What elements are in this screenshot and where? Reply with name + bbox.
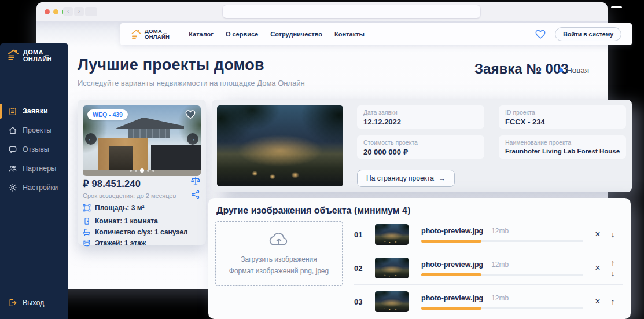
sidebar-item-settings[interactable]: Настройки (0, 180, 68, 195)
nav-link-contacts[interactable]: Контакты (334, 31, 365, 38)
site-navbar: ДОМА _ОНЛАЙН Каталог О сервисе Сотруднич… (120, 23, 632, 45)
floors-icon (83, 239, 91, 247)
photo-glass-shape (128, 129, 170, 138)
file-info: photo-preview.jpg 12mb (421, 227, 583, 242)
property-features: Площадь: 3 м² Комнат: 1 комната Количест… (83, 203, 187, 250)
move-up-icon[interactable]: ↑ (611, 298, 615, 306)
upload-dropzone[interactable]: Загрузить изображения Формат изображений… (215, 221, 343, 286)
navbar-logo[interactable]: ДОМА _ОНЛАЙН (131, 28, 170, 40)
door-icon (83, 217, 91, 225)
remove-file-icon[interactable]: × (593, 297, 603, 306)
remove-file-icon[interactable]: × (593, 230, 603, 239)
compare-scales-icon[interactable] (190, 176, 201, 186)
file-index: 02 (354, 264, 369, 273)
sidebar-item-label: Настройки (23, 184, 58, 192)
admin-sidebar: ДОМА _ОНЛАЙН Заявки Проекты (0, 43, 68, 319)
address-bar[interactable] (223, 5, 480, 18)
upload-format-hint: Формат изображений png, jpeg (229, 267, 329, 275)
move-up-icon[interactable]: ↑ (611, 259, 615, 267)
request-status-badge: Новая (559, 66, 589, 75)
share-icon[interactable] (191, 190, 200, 199)
users-icon (8, 164, 17, 173)
upload-progress-track (421, 240, 583, 242)
logout-icon (8, 298, 17, 307)
file-name: photo-preview.jpg (421, 261, 483, 269)
browser-chrome: ‹ › (36, 2, 608, 21)
file-thumbnail (375, 291, 409, 312)
photo-door-shape (109, 146, 133, 171)
traffic-light-close-icon[interactable] (45, 9, 50, 14)
file-index: 01 (354, 230, 369, 239)
carousel-next-button[interactable]: → (187, 133, 198, 145)
file-row: 02 photo-preview.jpg 12mb × ↑ ↓ (354, 252, 623, 284)
feature-floors: Этажей: 1 этаж (83, 239, 187, 247)
favorite-heart-icon[interactable] (185, 109, 196, 120)
browser-back-button[interactable]: ‹ (63, 7, 73, 16)
nav-link-cooperation[interactable]: Сотрудничество (270, 31, 322, 38)
upload-progress-track (421, 274, 583, 276)
property-price: ₽ 98.451.240 (83, 178, 141, 189)
move-down-icon[interactable]: ↓ (611, 231, 615, 239)
brand-name: ДОМА _ОНЛАЙН (23, 49, 52, 63)
remove-file-icon[interactable]: × (593, 263, 603, 273)
sidebar-logo: ДОМА _ОНЛАЙН (7, 49, 52, 63)
browser-forward-button[interactable]: › (74, 7, 84, 16)
request-main-photo (217, 105, 343, 186)
sidebar-item-projects[interactable]: Проекты (0, 123, 68, 138)
field-project-name: Наименование проекта Fraunhofer Living L… (499, 135, 626, 159)
file-name: photo-preview.jpg (421, 227, 483, 235)
file-name: photo-preview.jpg (421, 294, 483, 302)
clipboard-icon (8, 107, 17, 116)
house-icon (8, 126, 17, 135)
nav-link-catalog[interactable]: Каталог (189, 31, 214, 38)
construction-term: Срок возведения: до 2 месяцев (83, 192, 176, 199)
carousel-dots[interactable] (83, 168, 201, 173)
upload-progress-track (421, 307, 583, 309)
sidebar-item-label: Партнеры (23, 164, 56, 173)
background-window-dash (611, 6, 622, 8)
sidebar-item-requests[interactable]: Заявки (0, 104, 68, 119)
file-info: photo-preview.jpg 12mb (421, 294, 583, 309)
row-divider (354, 251, 623, 251)
favorites-heart-icon[interactable] (535, 29, 546, 39)
status-dot-icon (559, 68, 563, 72)
feature-rooms: Комнат: 1 комната (83, 217, 187, 225)
traffic-light-minimize-icon[interactable] (53, 9, 58, 14)
brand-name: ДОМА _ОНЛАЙН (145, 28, 170, 40)
field-request-date: Дата заявки 12.12.2022 (357, 105, 484, 129)
file-size: 12mb (491, 294, 509, 302)
carousel-prev-button[interactable]: ← (85, 133, 97, 145)
login-button[interactable]: Войти в систему (555, 27, 621, 41)
gear-icon (8, 183, 17, 192)
area-icon (83, 204, 91, 212)
field-project-id: ID проекта FCCX - 234 (499, 105, 626, 129)
open-project-button[interactable]: На страницу проекта → (357, 170, 455, 187)
bath-icon (83, 228, 91, 236)
sidebar-logout[interactable]: Выход (0, 295, 68, 310)
move-down-icon[interactable]: ↓ (611, 270, 615, 277)
file-size: 12mb (491, 261, 509, 269)
arrow-right-icon: → (439, 174, 446, 182)
sidebar-item-label: Проекты (23, 126, 51, 134)
page-title: Лучшие проекты домов (78, 56, 264, 74)
page-subtitle: Исследуйте варианты недвижимости на площ… (78, 79, 305, 87)
project-code-badge: WEQ - 439 (87, 109, 128, 120)
feature-bathrooms: Количество с/уз: 1 санузел (83, 228, 187, 236)
sidebar-item-partners[interactable]: Партнеры (0, 161, 68, 176)
sidebar-item-label: Отзывы (23, 145, 49, 153)
sidebar-item-reviews[interactable]: Отзывы (0, 142, 68, 157)
nav-link-about[interactable]: О сервисе (226, 31, 258, 38)
file-thumbnail (375, 224, 409, 245)
row-divider (354, 284, 623, 285)
upload-label: Загрузить изображения (241, 255, 317, 263)
images-section-title: Другие изображения объекта (минимум 4) (216, 206, 410, 216)
file-info: photo-preview.jpg 12mb (421, 261, 583, 276)
status-label: Новая (566, 66, 589, 75)
file-thumbnail (375, 258, 409, 278)
chat-icon (8, 145, 17, 154)
feature-area: Площадь: 3 м² (83, 203, 187, 212)
brand-house-icon (7, 49, 20, 61)
photo-fence-shape (151, 145, 201, 171)
upload-progress-bar (421, 307, 481, 310)
logout-label: Выход (23, 299, 44, 307)
